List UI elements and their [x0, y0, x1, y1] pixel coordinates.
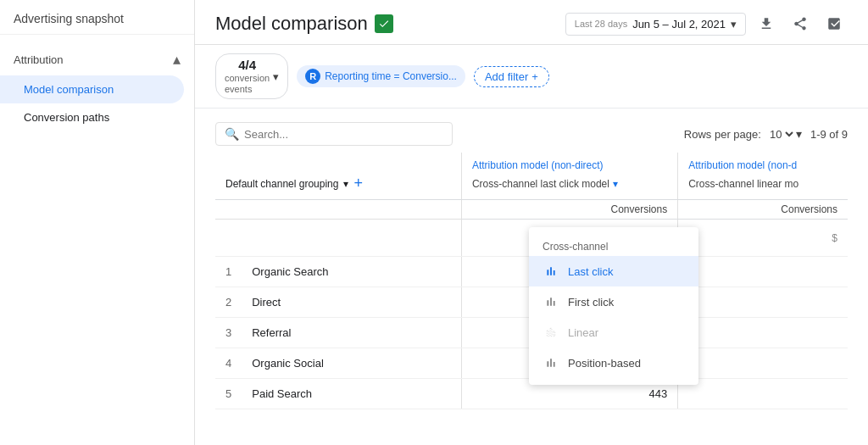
conversion-count: 4/4 [238, 58, 256, 73]
td-row-num: 2 [215, 287, 242, 318]
table-toolbar: 🔍 Rows per page: 10 25 50 ▾ 1-9 of 9 [215, 122, 848, 146]
th-empty [215, 153, 461, 173]
th-channel-grouping: Default channel grouping ▾ + [215, 173, 461, 200]
search-icon: 🔍 [225, 127, 239, 141]
sidebar-item-model-comparison[interactable]: Model comparison [0, 75, 184, 103]
td-row-name: Paid Search [242, 379, 461, 409]
dropdown-item-label: Position-based [568, 357, 641, 370]
dropdown-item-linear: Linear [529, 317, 698, 348]
th-model1-sub[interactable]: Cross-channel last click model ▾ [461, 173, 677, 200]
share-button[interactable] [787, 10, 814, 37]
td-row-conv2 [678, 348, 848, 379]
bar-chart-icon [542, 356, 559, 370]
reporting-badge: R [305, 69, 320, 84]
rows-per-page-select[interactable]: 10 25 50 [766, 127, 796, 142]
chevron-down-icon: ▾ [613, 178, 618, 190]
chevron-up-icon: ▴ [173, 50, 181, 69]
search-input[interactable] [244, 128, 443, 141]
td-row-name: Referral [242, 318, 461, 348]
dropdown-section-label: Cross-channel [529, 234, 698, 256]
page-title: Model comparison [215, 13, 393, 35]
dropdown-item-last-click[interactable]: Last click [529, 256, 698, 286]
model1-dropdown-trigger[interactable]: Cross-channel last click model ▾ [472, 178, 667, 190]
date-range-label: Last 28 days [575, 19, 627, 29]
td-row-name: Organic Search [242, 257, 461, 287]
search-box[interactable]: 🔍 [215, 122, 453, 146]
sidebar-app-title: Advertising snapshot [0, 0, 194, 35]
reporting-time-pill[interactable]: R Reporting time = Conversio... [297, 65, 465, 87]
date-range-value: Jun 5 – Jul 2, 2021 [632, 18, 726, 31]
th-model1-header: Attribution model (non-direct) [461, 153, 677, 173]
add-filter-label: Add filter [485, 70, 528, 83]
add-dimension-icon[interactable]: + [353, 175, 363, 192]
reporting-label: Reporting time = Conversio... [325, 70, 457, 82]
channel-grouping-control[interactable]: Default channel grouping ▾ + [225, 175, 451, 192]
chevron-down-icon: ▾ [796, 127, 802, 141]
td-row-name: Organic Social [242, 348, 461, 379]
dropdown-item-first-click[interactable]: First click [529, 286, 698, 317]
table-header-row-2: Default channel grouping ▾ + Cross-chann… [215, 173, 848, 200]
th-model2-header: Attribution model (non-d [678, 153, 848, 173]
chevron-down-icon: ▾ [731, 18, 737, 31]
chevron-down-icon: ▾ [343, 178, 348, 190]
bar-chart-icon [542, 264, 559, 278]
pagination-controls: Rows per page: 10 25 50 ▾ 1-9 of 9 [684, 127, 848, 142]
main-content: Model comparison Last 28 days Jun 5 – Ju… [195, 0, 868, 445]
dropdown-item-position-based[interactable]: Position-based [529, 348, 698, 378]
dropdown-item-label: Linear [568, 326, 598, 339]
td-row-num: 3 [215, 318, 242, 348]
date-range-selector[interactable]: Last 28 days Jun 5 – Jul 2, 2021 ▾ [565, 13, 746, 36]
th-conversions1: Conversions [461, 200, 677, 220]
sidebar: Advertising snapshot Attribution ▴ Model… [0, 0, 195, 445]
table-subheader-row: Conversions Conversions [215, 200, 848, 220]
conversion-filter-pill[interactable]: 4/4 conversionevents ▾ [215, 53, 288, 99]
td-row-num: 5 [215, 379, 242, 409]
th-model2-sub[interactable]: Cross-channel linear mo [678, 173, 848, 200]
table-wrapper: Attribution model (non-direct) Attributi… [215, 153, 848, 409]
analytics-button[interactable] [821, 10, 848, 37]
plus-icon: + [531, 70, 538, 83]
td-row-num: 4 [215, 348, 242, 379]
th-conversions2: Conversions [678, 200, 848, 220]
sidebar-item-conversion-paths[interactable]: Conversion paths [0, 103, 184, 131]
rows-per-page-label: Rows per page: [684, 128, 761, 141]
export-button[interactable] [753, 10, 780, 37]
top-bar: Model comparison Last 28 days Jun 5 – Ju… [195, 0, 868, 45]
chevron-down-icon: ▾ [273, 70, 279, 83]
sidebar-section-label: Attribution [14, 53, 64, 66]
page-info: 1-9 of 9 [810, 128, 848, 141]
td-total-conversions2: $ [678, 220, 848, 257]
filters-bar: 4/4 conversionevents ▾ R Reporting time … [195, 45, 868, 108]
td-row-num: 1 [215, 257, 242, 287]
td-row-name: Direct [242, 287, 461, 318]
td-row-conv2 [678, 318, 848, 348]
sidebar-section-attribution: Attribution ▴ Model comparison Conversio… [0, 35, 194, 140]
model-dropdown-menu[interactable]: Cross-channel Last click First click [529, 227, 698, 385]
title-verified-icon [375, 14, 393, 33]
add-filter-button[interactable]: Add filter + [474, 66, 549, 87]
th-empty-sub [215, 200, 461, 220]
table-area: 🔍 Rows per page: 10 25 50 ▾ 1-9 of 9 [195, 108, 868, 445]
td-row-conv2 [678, 257, 848, 287]
model2-dropdown-trigger[interactable]: Cross-channel linear mo [688, 178, 837, 190]
bar-chart-icon [542, 295, 559, 309]
dropdown-item-label: First click [568, 296, 614, 309]
bar-dotted-icon [542, 325, 559, 339]
td-total-label [215, 220, 461, 257]
table-header-row-1: Attribution model (non-direct) Attributi… [215, 153, 848, 173]
sidebar-section-header-attribution[interactable]: Attribution ▴ [0, 43, 194, 75]
top-bar-actions: Last 28 days Jun 5 – Jul 2, 2021 ▾ [565, 10, 848, 37]
dropdown-item-label: Last click [568, 265, 613, 278]
td-row-conv2 [678, 287, 848, 318]
td-row-conv2 [678, 379, 848, 409]
conversion-label: conversionevents [225, 73, 270, 95]
